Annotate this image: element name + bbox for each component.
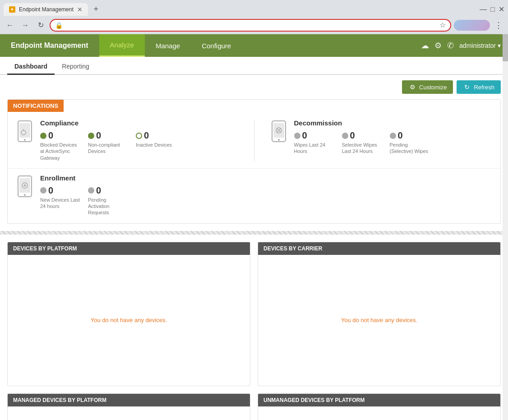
divider-1 <box>254 119 254 161</box>
scrollbar[interactable] <box>503 34 508 420</box>
compliance-title: Compliance <box>40 119 240 127</box>
metric-selective-wipes: 0 Selective Wipes Last 24 Hours <box>342 130 383 155</box>
bottom-panels-row: MANAGED DEVICES BY PLATFORM UNMANAGED DE… <box>7 393 501 420</box>
address-bar[interactable]: 🔒 ☆ <box>50 19 451 32</box>
metric-label-selective: Selective Wipes Last 24 Hours <box>342 142 383 155</box>
enrollment-metrics: 0 New Devices Last 24 hours 0 Pe <box>40 185 493 216</box>
panel-empty-devices-carrier: You do not have any devices. <box>341 317 417 323</box>
toolbar-row: ⚙ Customize ↻ Refresh <box>0 75 508 99</box>
tab-close-button[interactable]: ✕ <box>77 6 83 13</box>
user-chevron-icon: ▾ <box>498 42 501 49</box>
panel-header-managed: MANAGED DEVICES BY PLATFORM <box>8 394 250 406</box>
tab-favicon: ✦ <box>9 6 15 13</box>
svg-point-2 <box>24 139 26 141</box>
notifications-header: NOTIFICATIONS <box>8 100 64 112</box>
customize-button[interactable]: ⚙ Customize <box>402 80 453 94</box>
restore-button[interactable]: □ <box>490 5 495 14</box>
compliance-group: Compliance 0 Blocked Devices at ActiveSy… <box>15 119 240 161</box>
forward-button[interactable]: → <box>19 19 32 32</box>
panel-body-devices-carrier: You do not have any devices. <box>258 255 500 386</box>
dot-gray-1 <box>294 133 300 139</box>
nav-item-analyze[interactable]: Analyze <box>99 34 145 57</box>
metric-value-noncompliant: 0 <box>96 130 101 141</box>
customize-icon: ⚙ <box>408 83 416 91</box>
cloud-icon[interactable]: ☁ <box>421 41 429 51</box>
notifications-body: Compliance 0 Blocked Devices at ActiveSy… <box>8 112 500 168</box>
metric-label-new-devices: New Devices Last 24 hours <box>40 197 81 210</box>
panel-header-devices-platform: DEVICES BY PLATFORM <box>8 242 250 255</box>
main-content: ⚙ Customize ↻ Refresh NOTIFICATIONS <box>0 75 508 420</box>
compliance-content: Compliance 0 Blocked Devices at ActiveSy… <box>40 119 240 161</box>
browser-menu-button[interactable]: ⋮ <box>493 20 504 30</box>
metric-new-devices: 0 New Devices Last 24 hours <box>40 185 81 216</box>
tab-reporting[interactable]: Reporting <box>55 63 97 75</box>
new-tab-button[interactable]: + <box>90 3 102 16</box>
back-button[interactable]: ← <box>4 19 16 32</box>
window-controls: — □ ✕ <box>480 5 504 14</box>
nav-item-configure[interactable]: Configure <box>191 34 242 57</box>
panel-empty-devices-platform: You do not have any devices. <box>91 317 167 323</box>
panel-managed-devices: MANAGED DEVICES BY PLATFORM <box>7 393 250 420</box>
phone-icon[interactable]: ✆ <box>447 41 454 51</box>
metric-inactive: 0 Inactive Devices <box>136 130 172 161</box>
browser-tab[interactable]: ✦ Endpoint Management ✕ <box>4 3 88 16</box>
panel-unmanaged-devices: UNMANAGED DEVICES BY PLATFORM <box>258 393 501 420</box>
decommission-device-icon <box>269 119 289 143</box>
dot-green-2 <box>88 133 94 139</box>
dot-gray-4 <box>40 187 46 194</box>
panel-body-unmanaged <box>258 406 500 420</box>
customize-label: Customize <box>419 84 447 91</box>
close-button[interactable]: ✕ <box>499 5 504 14</box>
metric-pending-wipes: 0 Pending (Selective) Wipes <box>390 130 430 155</box>
metric-value-wipes: 0 <box>302 130 307 141</box>
panel-devices-by-carrier: DEVICES BY CARRIER You do not have any d… <box>258 242 501 386</box>
metric-value-new-devices: 0 <box>48 185 53 196</box>
user-label: administrator <box>459 42 496 49</box>
metric-noncompliant: 0 Non-compliant Devices <box>88 130 129 161</box>
tab-dashboard[interactable]: Dashboard <box>7 63 55 75</box>
metric-value-blocked: 0 <box>48 130 53 141</box>
enrollment-group: Enrollment 0 New Devices Last 24 hours <box>15 169 493 216</box>
compliance-metrics: 0 Blocked Devices at ActiveSync Gateway … <box>40 130 240 161</box>
user-menu[interactable]: administrator ▾ <box>459 42 501 49</box>
svg-point-13 <box>24 194 26 196</box>
metric-label-activation: Pending Activation Requests <box>88 197 129 216</box>
hatched-divider <box>0 231 508 235</box>
decommission-metrics: 0 Wipes Last 24 Hours 0 Selectiv <box>294 130 494 155</box>
notifications-section: NOTIFICATIONS <box>7 99 501 224</box>
enrollment-title: Enrollment <box>40 174 493 182</box>
lock-icon: 🔒 <box>55 22 63 29</box>
metric-label-noncompliant: Non-compliant Devices <box>88 142 129 155</box>
enrollment-device-icon <box>15 174 35 198</box>
metric-wipes-24h: 0 Wipes Last 24 Hours <box>294 130 335 155</box>
metric-label-pending: Pending (Selective) Wipes <box>390 142 430 155</box>
scrollbar-thumb[interactable] <box>503 34 508 61</box>
reload-button[interactable]: ↻ <box>34 19 47 32</box>
panel-header-devices-carrier: DEVICES BY CARRIER <box>258 242 500 255</box>
top-nav: Endpoint Management Analyze Manage Confi… <box>0 34 508 57</box>
bookmark-icon[interactable]: ☆ <box>439 21 446 29</box>
panel-body-managed <box>8 406 250 420</box>
nav-item-manage[interactable]: Manage <box>145 34 191 57</box>
top-nav-right: ☁ ⚙ ✆ administrator ▾ <box>421 41 508 51</box>
panel-header-unmanaged: UNMANAGED DEVICES BY PLATFORM <box>258 394 500 406</box>
dot-gray-2 <box>342 133 348 139</box>
svg-point-7 <box>278 139 280 141</box>
refresh-icon: ↻ <box>463 83 471 91</box>
gear-icon[interactable]: ⚙ <box>434 41 442 51</box>
compliance-device-icon <box>15 119 35 143</box>
sub-nav: Dashboard Reporting <box>0 57 508 75</box>
metric-pending-activation: 0 Pending Activation Requests <box>88 185 129 216</box>
decommission-content: Decommission 0 Wipes Last 24 Hours <box>294 119 494 155</box>
panel-devices-by-platform: DEVICES BY PLATFORM You do not have any … <box>7 242 250 386</box>
minimize-button[interactable]: — <box>480 5 487 14</box>
metric-value-pending: 0 <box>398 130 403 141</box>
top-panels-row: DEVICES BY PLATFORM You do not have any … <box>7 242 501 386</box>
decommission-title: Decommission <box>294 119 494 127</box>
profile-avatar[interactable] <box>454 20 490 31</box>
dot-gray-3 <box>390 133 396 139</box>
refresh-button[interactable]: ↻ Refresh <box>457 80 501 94</box>
refresh-label: Refresh <box>474 84 494 91</box>
panel-body-devices-platform: You do not have any devices. <box>8 255 250 386</box>
svg-rect-1 <box>19 123 30 138</box>
